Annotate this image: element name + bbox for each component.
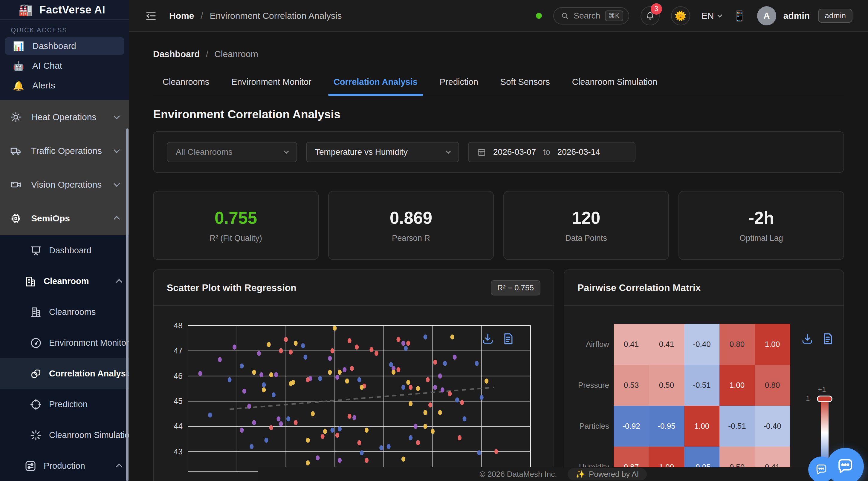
- sidebar-logo[interactable]: 🏭 FactVerse AI: [0, 0, 129, 20]
- page-breadcrumb-current: Cleanroom: [214, 49, 258, 59]
- tab-soft-sensors[interactable]: Soft Sensors: [499, 72, 551, 95]
- matrix-cell[interactable]: -0.51: [684, 365, 719, 406]
- avatar[interactable]: A: [757, 6, 776, 25]
- tab-correlation-analysis[interactable]: Correlation Analysis: [332, 72, 419, 95]
- sidebar-item-cleanroom-simulation[interactable]: Cleanroom Simulation: [0, 420, 129, 451]
- color-scale-top-handle[interactable]: [817, 395, 832, 402]
- matrix-cell[interactable]: 0.50: [649, 365, 684, 406]
- building-icon: [30, 306, 42, 318]
- date-to-value[interactable]: 2026-03-14: [557, 147, 600, 157]
- robot-icon: 🤖: [12, 61, 25, 71]
- chart-toolbox: [801, 332, 834, 345]
- tab-prediction[interactable]: Prediction: [438, 72, 479, 95]
- stat-label: Optimal Lag: [740, 234, 783, 243]
- sidebar-item-prediction[interactable]: Prediction: [0, 389, 129, 420]
- powered-by-ai-badge[interactable]: ✨ Powered by AI: [568, 468, 647, 480]
- page-content: Dashboard / Cleanroom Cleanrooms Environ…: [129, 49, 868, 481]
- matrix-cell[interactable]: 1.00: [755, 324, 790, 365]
- sidebar-item-cleanroom[interactable]: Cleanroom: [0, 266, 129, 297]
- date-range-picker[interactable]: 2026-03-07 to 2026-03-14: [468, 142, 636, 162]
- sidebar-item-cleanrooms[interactable]: Cleanrooms: [0, 297, 129, 327]
- status-dot: [536, 13, 542, 19]
- sidebar-item-correlation-analysis[interactable]: Correlation Analysis: [0, 358, 129, 389]
- color-scale-max-label: +1: [818, 385, 826, 394]
- sidebar-group-vision-operations[interactable]: Vision Operations: [0, 168, 129, 201]
- app-title: FactVerse AI: [39, 4, 105, 16]
- top-header: Home / Environment Correlation Analysis …: [129, 0, 868, 32]
- download-icon[interactable]: [801, 332, 814, 345]
- chevron-down-icon: [717, 12, 722, 17]
- tab-environment-monitor[interactable]: Environment Monitor: [230, 72, 313, 95]
- chevron-down-icon: [446, 149, 451, 154]
- notifications-button[interactable]: 3: [641, 6, 660, 25]
- sidebar-item-label: AI Chat: [32, 61, 62, 71]
- bar-chart-icon: 📊: [12, 41, 25, 52]
- matrix-row-label: Airflow: [564, 324, 609, 365]
- scatter-card-title: Scatter Plot with Regression: [167, 282, 297, 293]
- language-selector[interactable]: EN: [702, 11, 722, 21]
- stat-label: R² (Fit Quality): [210, 234, 262, 243]
- matrix-cell[interactable]: 1.00: [684, 406, 719, 447]
- matrix-cell[interactable]: -0.92: [614, 406, 649, 447]
- matrix-cell[interactable]: -0.40: [755, 406, 790, 447]
- search-input[interactable]: Search ⌘K: [553, 7, 629, 25]
- date-from-value[interactable]: 2026-03-07: [493, 147, 536, 157]
- sidebar-item-dashboard[interactable]: 📊 Dashboard: [5, 37, 124, 55]
- chevron-down-icon: [114, 181, 120, 187]
- matrix-cell[interactable]: 1.00: [719, 365, 755, 406]
- matrix-cell[interactable]: 0.80: [755, 365, 790, 406]
- sidebar-item-label: Cleanroom: [44, 276, 89, 286]
- scatter-plot: 484746454443: [154, 306, 554, 481]
- quick-access-label: QUICK ACCESS: [11, 26, 129, 34]
- breadcrumb-separator: /: [200, 11, 203, 21]
- chat-bubble-icon: [836, 457, 855, 476]
- tab-cleanrooms[interactable]: Cleanrooms: [161, 72, 210, 95]
- breadcrumb: Home / Environment Correlation Analysis: [169, 11, 342, 21]
- tab-cleanroom-simulation[interactable]: Cleanroom Simulation: [571, 72, 658, 95]
- sidebar-item-production[interactable]: Production: [0, 451, 129, 481]
- page-breadcrumb-separator: /: [206, 49, 208, 59]
- sidebar-group-heat-operations[interactable]: Heat Operations: [0, 100, 129, 134]
- building-icon: [25, 276, 37, 287]
- breadcrumb-current: Environment Correlation Analysis: [210, 11, 342, 21]
- page-breadcrumb-root[interactable]: Dashboard: [153, 49, 200, 59]
- cleanroom-select[interactable]: All Cleanrooms: [167, 142, 297, 162]
- theme-toggle-button[interactable]: 🌞: [671, 6, 690, 25]
- sparkles-icon: ✨: [576, 470, 585, 479]
- main-area: Home / Environment Correlation Analysis …: [129, 0, 868, 481]
- avatar-initial: A: [764, 11, 770, 21]
- download-icon[interactable]: [481, 332, 494, 345]
- sidebar: 🏭 FactVerse AI QUICK ACCESS 📊 Dashboard …: [0, 0, 129, 481]
- target-icon: [30, 398, 42, 411]
- matrix-cell[interactable]: 0.41: [649, 324, 684, 365]
- metric-pair-select[interactable]: Temperature vs Humidity: [306, 142, 459, 162]
- breadcrumb-home[interactable]: Home: [169, 11, 194, 21]
- user-name: admin: [783, 11, 810, 21]
- chevron-down-icon: [114, 147, 120, 153]
- quick-access-list: 📊 Dashboard 🤖 AI Chat 🔔 Alerts: [0, 37, 129, 94]
- data-view-icon[interactable]: [501, 332, 515, 345]
- matrix-cell[interactable]: 0.41: [614, 324, 649, 365]
- sliders-icon: [25, 460, 37, 472]
- matrix-cell[interactable]: -0.95: [649, 406, 684, 447]
- mobile-device-icon[interactable]: 📱: [733, 10, 745, 22]
- sidebar-item-semiops-dashboard[interactable]: Dashboard: [0, 235, 129, 266]
- sidebar-semiops-menu: Dashboard Cleanroom Cleanrooms Environ: [0, 235, 129, 481]
- search-icon: [561, 12, 569, 20]
- matrix-cell[interactable]: 0.53: [614, 365, 649, 406]
- svg-text:48: 48: [174, 323, 183, 330]
- sidebar-item-ai-chat[interactable]: 🤖 AI Chat: [5, 57, 124, 75]
- matrix-cell[interactable]: -0.40: [684, 324, 719, 365]
- sidebar-group-semiops[interactable]: SemiOps: [0, 201, 129, 235]
- svg-text:47: 47: [174, 346, 183, 355]
- sidebar-item-alerts[interactable]: 🔔 Alerts: [5, 76, 124, 94]
- matrix-cell[interactable]: 0.80: [719, 324, 755, 365]
- sidebar-group-traffic-operations[interactable]: Traffic Operations: [0, 134, 129, 168]
- matrix-cell[interactable]: -0.51: [719, 406, 755, 447]
- calendar-icon: [477, 148, 486, 157]
- sidebar-item-environment-monitor[interactable]: Environment Monitor: [0, 327, 129, 358]
- sidebar-scrollbar[interactable]: [126, 128, 128, 481]
- menu-fold-icon[interactable]: [145, 9, 157, 22]
- data-view-icon[interactable]: [821, 332, 834, 345]
- sun-icon: 🌞: [675, 10, 687, 22]
